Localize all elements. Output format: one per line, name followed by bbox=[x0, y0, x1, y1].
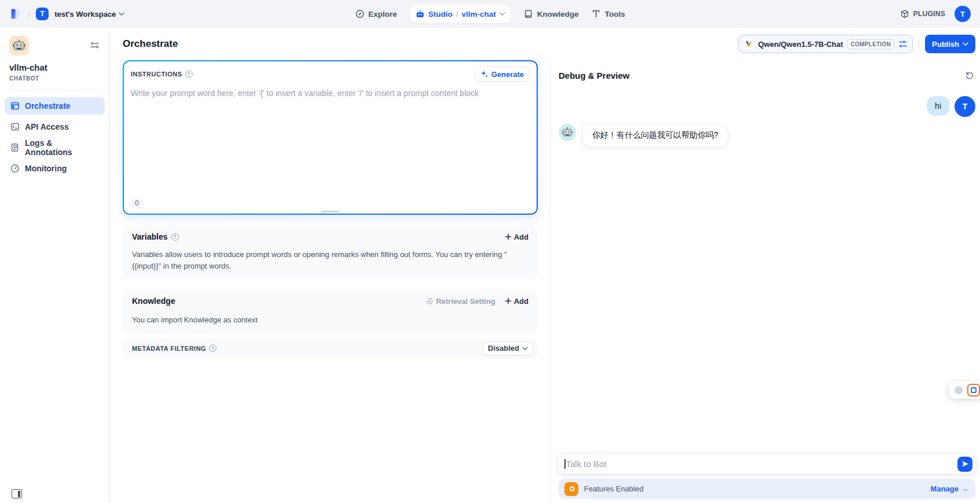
nav-studio-app-name: vllm-chat bbox=[461, 10, 495, 19]
help-icon[interactable]: ? bbox=[185, 71, 193, 78]
chat-message-assistant: 你好！有什么问题我可以帮助你吗? bbox=[559, 124, 975, 147]
nav-knowledge-label: Knowledge bbox=[537, 10, 579, 19]
nav-tools[interactable]: Tools bbox=[592, 9, 625, 19]
app-card bbox=[0, 36, 109, 56]
content: INSTRUCTIONS ? Generate 0 bbox=[110, 60, 980, 503]
knowledge-card: Knowledge Retrieval Setting Add bbox=[123, 289, 538, 334]
app-settings-icon[interactable] bbox=[90, 41, 99, 51]
chat-log: hi T bbox=[550, 83, 980, 503]
resize-handle[interactable] bbox=[321, 211, 340, 212]
metadata-title: METADATA FILTERING bbox=[132, 345, 206, 352]
nav-explore-label: Explore bbox=[368, 10, 397, 19]
add-variable-button[interactable]: Add bbox=[505, 233, 528, 241]
plugins-label: PLUGINS bbox=[913, 10, 945, 18]
restart-conversation-button[interactable] bbox=[962, 68, 977, 83]
sidebar-item-label: Orchestrate bbox=[25, 101, 71, 111]
nav-center: Explore Studio / vllm-chat Knowledge Too… bbox=[355, 0, 625, 28]
user-message-bubble: hi bbox=[927, 96, 949, 116]
sidebar-item-logs-annotations[interactable]: Logs & Annotations bbox=[5, 139, 105, 156]
sidebar-item-api-access[interactable]: API Access bbox=[5, 118, 105, 135]
chevron-down-icon bbox=[500, 12, 505, 16]
assistant-message-bubble: 你好！有什么问题我可以帮助你吗? bbox=[582, 124, 728, 147]
model-name: Qwen/Qwen1.5-7B-Chat bbox=[758, 40, 843, 49]
feature-opener-icon bbox=[564, 482, 578, 496]
main-area: Orchestrate Qwen/Qwen1.5-7B-Chat COMPLET… bbox=[110, 28, 980, 503]
sidebar-item-monitoring[interactable]: Monitoring bbox=[5, 160, 105, 177]
sidebar-item-label: Monitoring bbox=[25, 164, 67, 173]
nav-studio-label: Studio bbox=[428, 10, 453, 19]
instructions-title: INSTRUCTIONS bbox=[131, 71, 182, 78]
sidebar-item-orchestrate[interactable]: Orchestrate bbox=[5, 97, 105, 115]
manage-features-link[interactable]: Manage → bbox=[931, 484, 968, 493]
help-icon[interactable]: ? bbox=[209, 344, 216, 352]
main-header: Orchestrate Qwen/Qwen1.5-7B-Chat COMPLET… bbox=[110, 28, 980, 60]
model-mode-badge: COMPLETION bbox=[847, 39, 894, 49]
logs-icon bbox=[10, 143, 20, 152]
retrieval-setting-button[interactable]: Retrieval Setting bbox=[425, 297, 495, 306]
terminal-icon bbox=[10, 122, 20, 131]
collapse-sidebar-button[interactable] bbox=[12, 489, 22, 498]
chat-message-user: hi T bbox=[559, 96, 975, 117]
sidebar-divider bbox=[9, 90, 100, 90]
plugins-button[interactable]: PLUGINS bbox=[900, 9, 945, 19]
generate-button[interactable]: Generate bbox=[475, 67, 530, 82]
package-icon bbox=[900, 9, 909, 19]
chevron-down-icon bbox=[119, 12, 124, 16]
studio-breadcrumb-separator: / bbox=[456, 10, 458, 19]
sparkle-icon bbox=[480, 70, 489, 78]
chat-input[interactable] bbox=[566, 459, 958, 469]
variables-title-row: Variables ? bbox=[132, 232, 179, 241]
compass-icon bbox=[355, 9, 364, 19]
chevron-down-icon bbox=[522, 347, 528, 350]
sidebar-item-label: API Access bbox=[25, 122, 69, 131]
workspace-avatar[interactable]: T bbox=[36, 8, 49, 20]
char-count-badge: 0 bbox=[131, 199, 143, 208]
nav-tools-label: Tools bbox=[605, 10, 625, 19]
chat-input-container bbox=[559, 454, 975, 473]
widget-drag-dot[interactable] bbox=[955, 386, 963, 394]
instructions-card: INSTRUCTIONS ? Generate 0 bbox=[123, 60, 538, 215]
variables-card: Variables ? Add Variables allow users to… bbox=[123, 225, 538, 280]
plus-icon bbox=[505, 233, 512, 240]
retrieval-setting-label: Retrieval Setting bbox=[436, 297, 495, 306]
help-icon[interactable]: ? bbox=[171, 233, 179, 241]
metadata-filtering-value: Disabled bbox=[488, 344, 519, 353]
variables-description: Variables allow users to introduce promp… bbox=[132, 249, 514, 271]
orchestrate-icon bbox=[10, 101, 20, 111]
robot-emoji-icon bbox=[12, 39, 26, 53]
metadata-filtering-select[interactable]: Disabled bbox=[483, 342, 533, 355]
nav-knowledge[interactable]: Knowledge bbox=[524, 9, 579, 19]
debug-title: Debug & Preview bbox=[559, 71, 630, 80]
sidebar-menu: Orchestrate API Access Logs & Annotation… bbox=[0, 97, 109, 177]
instructions-input[interactable] bbox=[124, 84, 537, 214]
app-icon[interactable] bbox=[9, 36, 29, 56]
nav-studio[interactable]: Studio / vllm-chat bbox=[410, 5, 511, 23]
account-avatar[interactable]: T bbox=[955, 6, 971, 22]
publish-button[interactable]: Publish bbox=[925, 35, 975, 53]
hammer-icon bbox=[592, 9, 601, 19]
publish-label: Publish bbox=[932, 40, 959, 49]
chevron-down-icon bbox=[963, 42, 968, 46]
bot-avatar bbox=[559, 124, 576, 141]
book-icon bbox=[524, 9, 533, 19]
dify-logo-icon[interactable] bbox=[9, 8, 22, 20]
retrieval-setting-icon bbox=[425, 298, 433, 305]
header-divider bbox=[919, 40, 919, 48]
send-button[interactable] bbox=[957, 457, 972, 472]
metadata-filtering-row: METADATA FILTERING ? Disabled bbox=[123, 339, 538, 358]
debug-header: Debug & Preview bbox=[550, 60, 980, 83]
add-knowledge-label: Add bbox=[514, 297, 528, 306]
nav-explore[interactable]: Explore bbox=[355, 9, 397, 19]
widget-app-icon[interactable] bbox=[967, 384, 980, 396]
robot-emoji-icon bbox=[561, 127, 573, 138]
knowledge-description: You can import Knowledge as context bbox=[132, 314, 514, 326]
manage-label: Manage bbox=[931, 484, 959, 493]
variables-title: Variables bbox=[132, 232, 168, 241]
model-selector[interactable]: Qwen/Qwen1.5-7B-Chat COMPLETION bbox=[738, 35, 913, 53]
shell: vllm-chat CHATBOT Orchestrate API Access… bbox=[0, 28, 980, 503]
sidebar-app-type-badge: CHATBOT bbox=[9, 75, 100, 82]
workspace-switcher[interactable]: test's Workspace bbox=[54, 10, 124, 19]
user-avatar: T bbox=[955, 96, 975, 117]
add-knowledge-button[interactable]: Add bbox=[505, 297, 528, 306]
floating-widget bbox=[949, 381, 980, 399]
